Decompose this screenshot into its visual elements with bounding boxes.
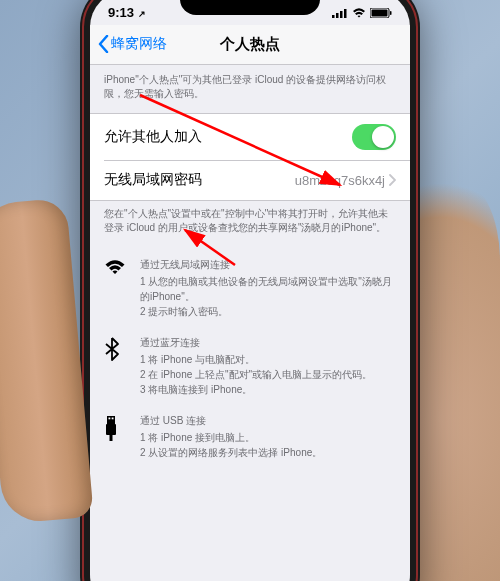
method-wifi: 通过无线局域网连接 1 从您的电脑或其他设备的无线局域网设置中选取"汤晓月的iP… [90, 249, 410, 327]
method-bt-title: 通过蓝牙连接 [140, 335, 372, 350]
method-bt-step2: 2 在 iPhone 上轻点"配对"或输入电脑上显示的代码。 [140, 367, 372, 382]
svg-rect-11 [110, 435, 113, 441]
method-bt-step1: 1 将 iPhone 与电脑配对。 [140, 352, 372, 367]
svg-rect-5 [372, 9, 388, 16]
status-time: 9:13 ↗ [108, 5, 146, 20]
back-label: 蜂窝网络 [111, 35, 167, 53]
method-bluetooth: 通过蓝牙连接 1 将 iPhone 与电脑配对。 2 在 iPhone 上轻点"… [90, 327, 410, 405]
svg-rect-9 [112, 417, 114, 419]
svg-rect-0 [332, 15, 335, 18]
nav-bar: 蜂窝网络 个人热点 [90, 25, 410, 65]
svg-rect-7 [107, 416, 115, 424]
method-wifi-step1: 1 从您的电脑或其他设备的无线局域网设置中选取"汤晓月的iPhone"。 [140, 274, 396, 304]
settings-group: 允许其他人加入 无线局域网密码 u8mzeq7s6kx4j [90, 113, 410, 201]
method-usb: 通过 USB 连接 1 将 iPhone 接到电脑上。 2 从设置的网络服务列表… [90, 405, 410, 468]
allow-others-row[interactable]: 允许其他人加入 [90, 114, 410, 160]
method-usb-title: 通过 USB 连接 [140, 413, 322, 428]
allow-others-toggle[interactable] [352, 124, 396, 150]
header-description: iPhone"个人热点"可为其他已登录 iCloud 的设备提供网络访问权限，您… [90, 65, 410, 113]
page-title: 个人热点 [220, 35, 280, 54]
method-usb-step1: 1 将 iPhone 接到电脑上。 [140, 430, 322, 445]
svg-rect-8 [109, 417, 111, 419]
battery-icon [370, 8, 392, 18]
status-right [332, 8, 392, 18]
svg-rect-3 [344, 9, 347, 18]
svg-rect-1 [336, 13, 339, 18]
wifi-password-value: u8mzeq7s6kx4j [295, 173, 385, 188]
chevron-left-icon [98, 35, 109, 53]
method-wifi-step2: 2 提示时输入密码。 [140, 304, 396, 319]
method-usb-step2: 2 从设置的网络服务列表中选择 iPhone。 [140, 445, 322, 460]
usb-method-icon [104, 413, 128, 460]
back-button[interactable]: 蜂窝网络 [98, 35, 167, 53]
wifi-method-icon [104, 257, 128, 319]
wifi-icon [352, 8, 366, 18]
wifi-password-row[interactable]: 无线局域网密码 u8mzeq7s6kx4j [104, 160, 410, 200]
method-wifi-title: 通过无线局域网连接 [140, 257, 396, 272]
svg-rect-10 [106, 424, 116, 435]
svg-rect-2 [340, 11, 343, 18]
allow-others-label: 允许其他人加入 [104, 128, 202, 146]
signal-icon [332, 8, 348, 18]
wifi-password-label: 无线局域网密码 [104, 171, 202, 189]
method-bt-step3: 3 将电脑连接到 iPhone。 [140, 382, 372, 397]
svg-rect-6 [390, 11, 392, 15]
footer-description: 您在"个人热点"设置中或在"控制中心"中将其打开时，允许其他未登录 iCloud… [90, 201, 410, 249]
chevron-right-icon [389, 174, 396, 186]
bluetooth-method-icon [104, 335, 128, 397]
